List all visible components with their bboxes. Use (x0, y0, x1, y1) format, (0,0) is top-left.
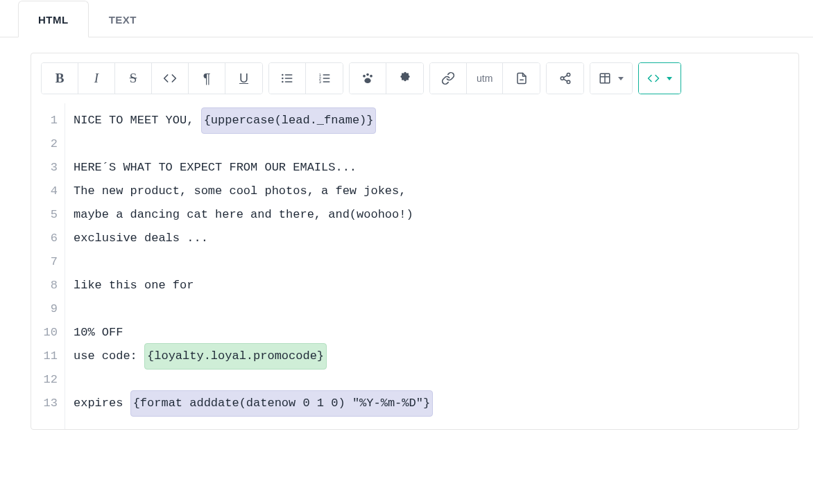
code-text: 10% OFF (74, 321, 123, 345)
svg-point-4 (282, 78, 284, 80)
code-line[interactable]: exclusive deals ... (74, 227, 790, 250)
code-line[interactable] (74, 297, 790, 321)
code-text: The new product, some cool photos, a few… (74, 180, 406, 203)
share-icon (559, 72, 572, 85)
underline-button[interactable]: U (225, 63, 262, 94)
svg-point-12 (363, 75, 366, 78)
line-number: 8 (31, 274, 58, 297)
code-text: maybe a dancing cat here and there, and(… (74, 203, 413, 227)
pilcrow-icon: ¶ (203, 71, 211, 87)
table-icon (599, 72, 611, 85)
link-button[interactable] (430, 63, 467, 94)
puzzle-button[interactable] (386, 63, 423, 94)
file-button[interactable] (503, 63, 540, 94)
template-token[interactable]: {format adddate(datenow 0 1 0) "%Y-%m-%D… (130, 390, 433, 417)
line-number: 1 (31, 109, 58, 132)
line-number: 9 (31, 297, 58, 321)
code-text: like this one for (74, 274, 194, 297)
editor-wrap: B I S ¶ U (0, 37, 813, 444)
svg-point-3 (282, 74, 284, 76)
code-line[interactable]: The new product, some cool photos, a few… (74, 180, 790, 203)
code-line[interactable]: expires {format adddate(datenow 0 1 0) "… (74, 392, 790, 415)
ordered-list-button[interactable]: 123 (306, 63, 343, 94)
code-line[interactable] (74, 132, 790, 156)
code-text: expires (74, 392, 130, 415)
svg-point-15 (364, 78, 370, 84)
line-number: 2 (31, 132, 58, 156)
group-variables (349, 62, 424, 94)
svg-point-13 (366, 73, 369, 76)
group-source (638, 62, 681, 94)
line-number: 6 (31, 227, 58, 250)
chevron-down-icon (667, 77, 672, 80)
group-link: utm (429, 62, 540, 94)
line-number: 3 (31, 156, 58, 180)
editor-panel: B I S ¶ U (31, 53, 799, 430)
editor-tabs: HTML TEXT (0, 0, 813, 37)
code-text: exclusive deals ... (74, 227, 208, 250)
code-content[interactable]: NICE TO MEET YOU, {uppercase(lead._fname… (65, 103, 798, 429)
code-text: use code: (74, 345, 144, 368)
bold-button[interactable]: B (42, 63, 78, 94)
link-icon (441, 71, 455, 85)
template-token[interactable]: {uppercase(lead._fname)} (201, 107, 377, 134)
template-token[interactable]: {loyalty.loyal.promocode} (144, 343, 327, 370)
code-line[interactable]: NICE TO MEET YOU, {uppercase(lead._fname… (74, 109, 790, 132)
strikethrough-button[interactable]: S (115, 63, 152, 94)
strikethrough-icon: S (130, 71, 137, 86)
code-line[interactable] (74, 250, 790, 274)
code-line[interactable]: HERE´S WHAT TO EXPECT FROM OUR EMAILS... (74, 156, 790, 180)
line-number: 7 (31, 250, 58, 274)
tab-html[interactable]: HTML (18, 1, 89, 37)
ordered-list-icon: 123 (318, 71, 332, 85)
file-icon (515, 72, 528, 85)
line-number: 5 (31, 203, 58, 227)
tab-text[interactable]: TEXT (89, 1, 157, 37)
svg-text:3: 3 (318, 80, 320, 84)
code-line[interactable]: like this one for (74, 274, 790, 297)
share-button[interactable] (547, 63, 583, 94)
paw-button[interactable] (350, 63, 386, 94)
group-table (590, 62, 633, 94)
group-text-format: B I S ¶ U (41, 62, 263, 94)
paragraph-button[interactable]: ¶ (189, 63, 225, 94)
group-lists: 123 (268, 62, 343, 94)
code-line[interactable]: use code: {loyalty.loyal.promocode} (74, 345, 790, 368)
code-icon (163, 71, 177, 85)
group-share (546, 62, 584, 94)
line-number: 13 (31, 392, 58, 415)
code-text: HERE´S WHAT TO EXPECT FROM OUR EMAILS... (74, 156, 357, 180)
paw-icon (361, 71, 375, 85)
bold-icon: B (55, 71, 65, 86)
bullet-list-icon (280, 71, 294, 85)
line-number: 10 (31, 321, 58, 345)
line-gutter: 1 2 3 4 5 6 7 8 9 10 11 12 13 (31, 103, 65, 429)
code-editor[interactable]: 1 2 3 4 5 6 7 8 9 10 11 12 13 NICE TO ME… (31, 103, 798, 429)
svg-point-5 (282, 81, 284, 83)
italic-button[interactable]: I (78, 63, 115, 94)
code-line[interactable] (74, 368, 790, 392)
code-icon (647, 72, 660, 85)
svg-line-21 (563, 76, 567, 78)
puzzle-icon (398, 71, 412, 85)
code-line[interactable]: 10% OFF (74, 321, 790, 345)
italic-icon: I (94, 71, 99, 86)
code-text: NICE TO MEET YOU, (74, 109, 201, 132)
underline-icon: U (239, 71, 248, 86)
table-button[interactable] (590, 63, 632, 94)
utm-button[interactable]: utm (467, 63, 503, 94)
line-number: 12 (31, 368, 58, 392)
line-number: 4 (31, 180, 58, 203)
bullet-list-button[interactable] (269, 63, 306, 94)
toolbar: B I S ¶ U (31, 53, 798, 103)
code-line[interactable]: maybe a dancing cat here and there, and(… (74, 203, 790, 227)
code-inline-button[interactable] (152, 63, 189, 94)
line-number: 11 (31, 345, 58, 368)
chevron-down-icon (618, 77, 624, 80)
source-code-button[interactable] (639, 63, 681, 94)
svg-point-14 (370, 75, 373, 78)
svg-line-20 (563, 79, 567, 81)
